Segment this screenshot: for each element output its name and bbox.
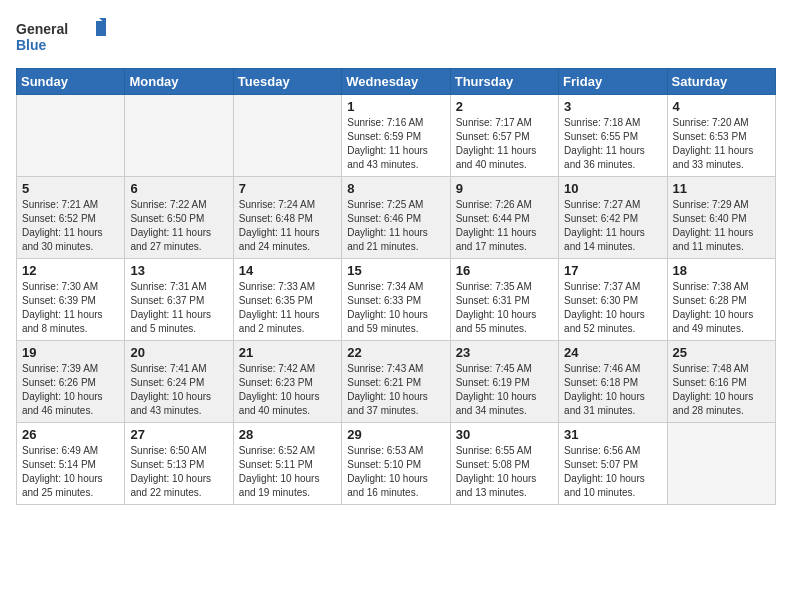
day-info: Sunrise: 7:42 AM Sunset: 6:23 PM Dayligh…	[239, 362, 336, 418]
calendar-cell	[233, 95, 341, 177]
svg-marker-2	[96, 21, 106, 36]
day-info: Sunrise: 7:45 AM Sunset: 6:19 PM Dayligh…	[456, 362, 553, 418]
calendar-table: SundayMondayTuesdayWednesdayThursdayFrid…	[16, 68, 776, 505]
calendar-cell: 18Sunrise: 7:38 AM Sunset: 6:28 PM Dayli…	[667, 259, 775, 341]
weekday-header-wednesday: Wednesday	[342, 69, 450, 95]
day-info: Sunrise: 7:22 AM Sunset: 6:50 PM Dayligh…	[130, 198, 227, 254]
day-number: 3	[564, 99, 661, 114]
calendar-cell	[125, 95, 233, 177]
day-number: 27	[130, 427, 227, 442]
day-number: 12	[22, 263, 119, 278]
day-info: Sunrise: 7:33 AM Sunset: 6:35 PM Dayligh…	[239, 280, 336, 336]
day-info: Sunrise: 7:29 AM Sunset: 6:40 PM Dayligh…	[673, 198, 770, 254]
calendar-cell: 25Sunrise: 7:48 AM Sunset: 6:16 PM Dayli…	[667, 341, 775, 423]
weekday-header-tuesday: Tuesday	[233, 69, 341, 95]
day-info: Sunrise: 7:46 AM Sunset: 6:18 PM Dayligh…	[564, 362, 661, 418]
calendar-cell	[667, 423, 775, 505]
day-number: 16	[456, 263, 553, 278]
day-info: Sunrise: 7:17 AM Sunset: 6:57 PM Dayligh…	[456, 116, 553, 172]
svg-text:General: General	[16, 21, 68, 37]
calendar-cell: 22Sunrise: 7:43 AM Sunset: 6:21 PM Dayli…	[342, 341, 450, 423]
day-info: Sunrise: 7:34 AM Sunset: 6:33 PM Dayligh…	[347, 280, 444, 336]
day-number: 11	[673, 181, 770, 196]
calendar-cell: 6Sunrise: 7:22 AM Sunset: 6:50 PM Daylig…	[125, 177, 233, 259]
day-number: 14	[239, 263, 336, 278]
week-row-4: 19Sunrise: 7:39 AM Sunset: 6:26 PM Dayli…	[17, 341, 776, 423]
weekday-header-saturday: Saturday	[667, 69, 775, 95]
page-header: General Blue	[16, 16, 776, 56]
calendar-cell: 31Sunrise: 6:56 AM Sunset: 5:07 PM Dayli…	[559, 423, 667, 505]
day-number: 28	[239, 427, 336, 442]
day-info: Sunrise: 7:30 AM Sunset: 6:39 PM Dayligh…	[22, 280, 119, 336]
weekday-header-friday: Friday	[559, 69, 667, 95]
calendar-cell: 28Sunrise: 6:52 AM Sunset: 5:11 PM Dayli…	[233, 423, 341, 505]
calendar-cell: 20Sunrise: 7:41 AM Sunset: 6:24 PM Dayli…	[125, 341, 233, 423]
day-number: 13	[130, 263, 227, 278]
calendar-cell: 23Sunrise: 7:45 AM Sunset: 6:19 PM Dayli…	[450, 341, 558, 423]
calendar-cell: 17Sunrise: 7:37 AM Sunset: 6:30 PM Dayli…	[559, 259, 667, 341]
day-info: Sunrise: 6:52 AM Sunset: 5:11 PM Dayligh…	[239, 444, 336, 500]
day-number: 2	[456, 99, 553, 114]
day-info: Sunrise: 7:21 AM Sunset: 6:52 PM Dayligh…	[22, 198, 119, 254]
week-row-1: 1Sunrise: 7:16 AM Sunset: 6:59 PM Daylig…	[17, 95, 776, 177]
day-info: Sunrise: 7:43 AM Sunset: 6:21 PM Dayligh…	[347, 362, 444, 418]
calendar-cell: 10Sunrise: 7:27 AM Sunset: 6:42 PM Dayli…	[559, 177, 667, 259]
day-info: Sunrise: 7:41 AM Sunset: 6:24 PM Dayligh…	[130, 362, 227, 418]
day-info: Sunrise: 7:39 AM Sunset: 6:26 PM Dayligh…	[22, 362, 119, 418]
calendar-cell: 4Sunrise: 7:20 AM Sunset: 6:53 PM Daylig…	[667, 95, 775, 177]
day-number: 6	[130, 181, 227, 196]
calendar-cell: 11Sunrise: 7:29 AM Sunset: 6:40 PM Dayli…	[667, 177, 775, 259]
day-info: Sunrise: 6:55 AM Sunset: 5:08 PM Dayligh…	[456, 444, 553, 500]
weekday-header-monday: Monday	[125, 69, 233, 95]
calendar-cell: 21Sunrise: 7:42 AM Sunset: 6:23 PM Dayli…	[233, 341, 341, 423]
calendar-cell: 14Sunrise: 7:33 AM Sunset: 6:35 PM Dayli…	[233, 259, 341, 341]
weekday-header-row: SundayMondayTuesdayWednesdayThursdayFrid…	[17, 69, 776, 95]
day-number: 4	[673, 99, 770, 114]
calendar-cell	[17, 95, 125, 177]
day-number: 30	[456, 427, 553, 442]
day-number: 7	[239, 181, 336, 196]
day-number: 31	[564, 427, 661, 442]
logo-svg: General Blue	[16, 16, 106, 56]
day-info: Sunrise: 7:24 AM Sunset: 6:48 PM Dayligh…	[239, 198, 336, 254]
day-number: 18	[673, 263, 770, 278]
day-info: Sunrise: 6:50 AM Sunset: 5:13 PM Dayligh…	[130, 444, 227, 500]
day-info: Sunrise: 6:49 AM Sunset: 5:14 PM Dayligh…	[22, 444, 119, 500]
day-info: Sunrise: 7:48 AM Sunset: 6:16 PM Dayligh…	[673, 362, 770, 418]
calendar-cell: 30Sunrise: 6:55 AM Sunset: 5:08 PM Dayli…	[450, 423, 558, 505]
calendar-cell: 8Sunrise: 7:25 AM Sunset: 6:46 PM Daylig…	[342, 177, 450, 259]
day-number: 8	[347, 181, 444, 196]
day-number: 22	[347, 345, 444, 360]
day-info: Sunrise: 7:16 AM Sunset: 6:59 PM Dayligh…	[347, 116, 444, 172]
day-number: 29	[347, 427, 444, 442]
week-row-2: 5Sunrise: 7:21 AM Sunset: 6:52 PM Daylig…	[17, 177, 776, 259]
day-number: 1	[347, 99, 444, 114]
day-number: 24	[564, 345, 661, 360]
day-info: Sunrise: 6:53 AM Sunset: 5:10 PM Dayligh…	[347, 444, 444, 500]
calendar-cell: 15Sunrise: 7:34 AM Sunset: 6:33 PM Dayli…	[342, 259, 450, 341]
day-info: Sunrise: 7:26 AM Sunset: 6:44 PM Dayligh…	[456, 198, 553, 254]
calendar-cell: 19Sunrise: 7:39 AM Sunset: 6:26 PM Dayli…	[17, 341, 125, 423]
svg-text:Blue: Blue	[16, 37, 47, 53]
calendar-cell: 9Sunrise: 7:26 AM Sunset: 6:44 PM Daylig…	[450, 177, 558, 259]
calendar-cell: 26Sunrise: 6:49 AM Sunset: 5:14 PM Dayli…	[17, 423, 125, 505]
calendar-cell: 13Sunrise: 7:31 AM Sunset: 6:37 PM Dayli…	[125, 259, 233, 341]
weekday-header-thursday: Thursday	[450, 69, 558, 95]
calendar-cell: 3Sunrise: 7:18 AM Sunset: 6:55 PM Daylig…	[559, 95, 667, 177]
day-number: 26	[22, 427, 119, 442]
weekday-header-sunday: Sunday	[17, 69, 125, 95]
calendar-cell: 27Sunrise: 6:50 AM Sunset: 5:13 PM Dayli…	[125, 423, 233, 505]
calendar-cell: 2Sunrise: 7:17 AM Sunset: 6:57 PM Daylig…	[450, 95, 558, 177]
day-number: 15	[347, 263, 444, 278]
day-info: Sunrise: 7:25 AM Sunset: 6:46 PM Dayligh…	[347, 198, 444, 254]
day-info: Sunrise: 7:18 AM Sunset: 6:55 PM Dayligh…	[564, 116, 661, 172]
day-number: 23	[456, 345, 553, 360]
logo: General Blue	[16, 16, 106, 56]
calendar-cell: 16Sunrise: 7:35 AM Sunset: 6:31 PM Dayli…	[450, 259, 558, 341]
day-number: 10	[564, 181, 661, 196]
day-info: Sunrise: 7:27 AM Sunset: 6:42 PM Dayligh…	[564, 198, 661, 254]
day-number: 25	[673, 345, 770, 360]
calendar-cell: 1Sunrise: 7:16 AM Sunset: 6:59 PM Daylig…	[342, 95, 450, 177]
day-number: 5	[22, 181, 119, 196]
calendar-cell: 12Sunrise: 7:30 AM Sunset: 6:39 PM Dayli…	[17, 259, 125, 341]
